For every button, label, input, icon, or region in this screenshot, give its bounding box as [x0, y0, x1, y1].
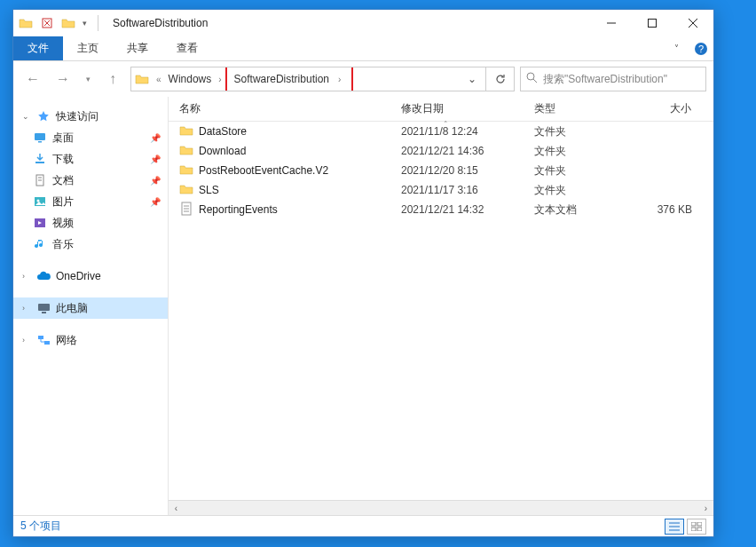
desktop-icon — [33, 131, 47, 145]
list-item[interactable]: DataStore2021/11/8 12:24文件夹 — [169, 122, 713, 141]
help-button[interactable]: ? — [689, 36, 713, 60]
svg-point-5 — [527, 73, 534, 80]
list-item[interactable]: SLS2021/11/17 3:16文件夹 — [169, 180, 713, 200]
navigation-row: ← → ▾ ↑ « Windows › SoftwareDistribution… — [13, 61, 713, 97]
ribbon-tab-home[interactable]: 主页 — [63, 36, 113, 60]
explorer-window: ▾ SoftwareDistribution 文件 主页 共享 查看 ˅ ? ←… — [12, 9, 714, 537]
file-name: DataStore — [199, 125, 247, 138]
search-icon — [526, 72, 538, 86]
ribbon-expand-button[interactable]: ˅ — [664, 36, 689, 60]
ribbon-tab-view[interactable]: 查看 — [162, 36, 212, 60]
chevron-right-icon[interactable]: › — [335, 75, 344, 84]
sidebar-network-label: 网络 — [56, 333, 77, 348]
history-dropdown[interactable]: ▾ — [81, 67, 95, 91]
refresh-button[interactable] — [486, 67, 515, 91]
list-item[interactable]: PostRebootEventCache.V22021/12/20 8:15文件… — [169, 161, 713, 180]
cloud-icon — [36, 269, 51, 283]
list-item[interactable]: Download2021/12/21 14:36文件夹 — [169, 141, 713, 161]
chevron-right-icon: › — [22, 272, 31, 281]
file-date: 2021/12/20 8:15 — [401, 164, 534, 177]
file-icon — [179, 202, 193, 218]
scroll-right-arrow[interactable]: › — [698, 503, 713, 513]
content-pane: 名称 修改日期 类型 大小 ˄ DataStore2021/11/8 12:24… — [169, 97, 713, 515]
address-bar[interactable]: « Windows › SoftwareDistribution › ⌄ — [130, 67, 486, 91]
sidebar-network[interactable]: › 网络 — [13, 329, 168, 351]
chevron-right-icon: › — [22, 336, 31, 345]
qat-newfolder-icon[interactable] — [61, 16, 75, 30]
file-date: 2021/11/17 3:16 — [401, 184, 534, 196]
ribbon-tab-share[interactable]: 共享 — [113, 36, 162, 60]
file-type: 文件夹 — [534, 144, 632, 159]
view-icons-button[interactable] — [687, 519, 706, 535]
sidebar-item-label: 下载 — [52, 152, 74, 167]
minimize-button[interactable] — [591, 10, 632, 36]
folder-icon — [179, 123, 193, 140]
sidebar-item-label: 音乐 — [52, 237, 74, 252]
back-button[interactable]: ← — [20, 67, 45, 91]
search-input[interactable]: 搜索"SoftwareDistribution" — [520, 67, 706, 91]
chevron-right-icon[interactable]: › — [215, 75, 224, 84]
svg-rect-28 — [697, 522, 702, 526]
star-icon — [36, 109, 51, 123]
svg-line-6 — [533, 79, 537, 83]
titlebar: ▾ SoftwareDistribution — [13, 10, 713, 36]
app-folder-icon — [19, 16, 33, 30]
address-seg-current[interactable]: SoftwareDistribution — [234, 73, 329, 85]
scroll-left-arrow[interactable]: ‹ — [169, 503, 184, 513]
horizontal-scrollbar[interactable]: ‹ › — [169, 500, 713, 515]
address-seg-windows[interactable]: Windows — [165, 67, 216, 91]
address-dropdown[interactable]: ⌄ — [459, 73, 485, 85]
forward-button[interactable]: → — [51, 67, 75, 91]
nav-pane: ⌄ 快速访问 桌面📌下载📌文档📌图片📌视频音乐 › OneDrive — [13, 97, 169, 515]
status-bar: 5 个项目 — [13, 515, 713, 536]
file-list[interactable]: DataStore2021/11/8 12:24文件夹Download2021/… — [169, 122, 713, 500]
svg-rect-18 — [38, 336, 43, 339]
up-button[interactable]: ↑ — [100, 67, 125, 91]
svg-rect-9 — [35, 162, 44, 163]
chevron-down-icon: ⌄ — [22, 112, 31, 121]
chevron-up-icon: ˄ — [444, 120, 448, 129]
sidebar-this-pc[interactable]: › 此电脑 — [13, 297, 168, 319]
col-date[interactable]: 修改日期 — [401, 101, 534, 116]
qat-separator — [98, 15, 98, 31]
view-details-button[interactable] — [665, 519, 684, 535]
list-item[interactable]: ReportingEvents2021/12/21 14:32文本文档376 K… — [169, 200, 713, 219]
ribbon-tab-file[interactable]: 文件 — [13, 36, 63, 60]
sidebar-item-label: 图片 — [52, 194, 74, 210]
sidebar-item-pictures[interactable]: 图片📌 — [13, 191, 168, 212]
qat-properties-icon[interactable] — [40, 16, 54, 30]
file-size: 376 KB — [632, 203, 703, 216]
sidebar-item-download[interactable]: 下载📌 — [13, 148, 168, 170]
sidebar-item-videos[interactable]: 视频 — [13, 212, 168, 234]
address-seg-current-highlight: SoftwareDistribution › — [225, 67, 354, 91]
address-overflow[interactable]: « — [153, 75, 165, 84]
sidebar-quick-access-label: 快速访问 — [56, 109, 98, 124]
sidebar-item-desktop[interactable]: 桌面📌 — [13, 127, 168, 148]
svg-rect-29 — [691, 527, 696, 531]
svg-rect-30 — [697, 527, 702, 531]
sidebar-quick-access[interactable]: ⌄ 快速访问 — [13, 106, 168, 127]
file-name: ReportingEvents — [199, 203, 278, 216]
download-icon — [33, 152, 47, 166]
file-name: SLS — [199, 184, 219, 196]
sidebar-onedrive[interactable]: › OneDrive — [13, 266, 168, 287]
col-name[interactable]: 名称 — [179, 101, 401, 116]
search-placeholder: 搜索"SoftwareDistribution" — [543, 72, 667, 87]
svg-rect-2 — [649, 20, 657, 28]
network-icon — [36, 333, 51, 347]
pin-icon: 📌 — [150, 197, 161, 207]
sidebar-item-music[interactable]: 音乐 — [13, 234, 168, 255]
file-type: 文本文档 — [534, 202, 632, 218]
sidebar-item-document[interactable]: 文档📌 — [13, 170, 168, 191]
svg-rect-17 — [42, 312, 46, 313]
svg-text:?: ? — [698, 44, 704, 54]
svg-rect-16 — [38, 304, 50, 311]
maximize-button[interactable] — [632, 10, 673, 36]
ribbon: 文件 主页 共享 查看 ˅ ? — [13, 36, 713, 61]
folder-icon — [179, 182, 193, 199]
col-size[interactable]: 大小 — [632, 101, 703, 116]
col-type[interactable]: 类型 — [534, 101, 632, 116]
qat-dropdown-icon[interactable]: ▾ — [83, 19, 87, 28]
close-button[interactable] — [673, 10, 713, 36]
music-icon — [33, 237, 47, 251]
